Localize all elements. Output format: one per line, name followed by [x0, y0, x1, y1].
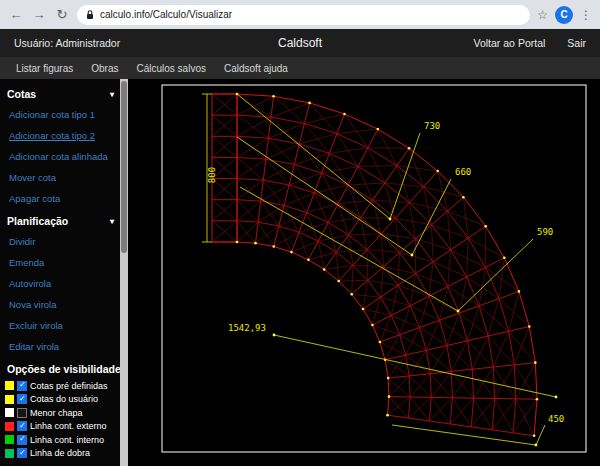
bookmark-star-icon[interactable]: ☆: [537, 8, 548, 22]
sidebar-link-emenda[interactable]: Emenda: [0, 252, 120, 273]
section-visibilidade-header[interactable]: Opções de visibilidade ▾: [0, 357, 120, 379]
color-swatch: [5, 449, 14, 458]
portal-link[interactable]: Voltar ao Portal: [474, 37, 546, 49]
sidebar-link-editar-virola[interactable]: Editar virola: [0, 336, 120, 357]
checkbox-cotas-pre-definidas[interactable]: [17, 381, 27, 391]
sidebar-link-nova-virola[interactable]: Nova virola: [0, 294, 120, 315]
profile-avatar[interactable]: C: [555, 6, 573, 24]
dimension-label: 1542,93: [228, 323, 266, 333]
browser-toolbar: ← → ↻ calculo.info/Calculo/Visualizar ☆ …: [0, 0, 600, 29]
menu-item-listar-figuras[interactable]: Listar figuras: [16, 63, 73, 74]
dimension-label: 730: [424, 121, 440, 131]
lock-icon: [86, 10, 94, 20]
option-label: Linha cont. interno: [30, 435, 104, 445]
menu-item-obras[interactable]: Obras: [91, 63, 118, 74]
color-swatch: [5, 435, 14, 444]
option-label: Menor chapa: [30, 408, 83, 418]
color-swatch: [5, 395, 14, 404]
dimension-label: 590: [537, 227, 553, 237]
tools-sidebar: Cotas ▾ Adicionar cota tipo 1 Adicionar …: [0, 79, 128, 466]
dimension-label: 800: [207, 167, 217, 183]
planification-drawing[interactable]: 8007306605904501542,93: [128, 79, 600, 466]
option-label: Cotas do usuário: [30, 394, 98, 404]
menu-item-calculos-salvos[interactable]: Cálculos salvos: [136, 63, 205, 74]
section-planificacao-title: Planificação: [7, 215, 68, 227]
sidebar-link-adicionar-cota-alinhada[interactable]: Adicionar cota alinhada: [0, 146, 120, 167]
section-planificacao-header[interactable]: Planificação ▾: [0, 209, 120, 231]
visibility-option-row: Linha de dobra: [0, 447, 120, 461]
url-text: calculo.info/Calculo/Visualizar: [100, 9, 232, 20]
browser-menu-icon[interactable]: ⋮: [580, 8, 592, 22]
drawing-canvas[interactable]: 8007306605904501542,93: [128, 79, 600, 466]
checkbox-cotas-do-usuario[interactable]: [17, 394, 27, 404]
sidebar-link-mover-cota[interactable]: Mover cota: [0, 167, 120, 188]
checkbox-linha-de-dobra[interactable]: [17, 448, 27, 458]
main-menu: Listar figuras Obras Cálculos salvos Cal…: [0, 57, 600, 79]
section-cotas-title: Cotas: [7, 88, 36, 100]
color-swatch: [5, 381, 14, 390]
option-label: Cotas pré definidas: [30, 381, 108, 391]
visibility-option-row: Cotas do usuário: [0, 393, 120, 407]
sidebar-link-autovirola[interactable]: Autovirola: [0, 273, 120, 294]
sidebar-link-adicionar-cota-tipo-2[interactable]: Adicionar cota tipo 2: [0, 125, 120, 146]
section-cotas-header[interactable]: Cotas ▾: [0, 82, 120, 104]
browser-refresh-button[interactable]: ↻: [54, 7, 70, 23]
visibility-option-row: Linha cont. externo: [0, 420, 120, 434]
option-label: Linha cont. externo: [30, 421, 107, 431]
color-swatch: [5, 408, 14, 417]
browser-back-button[interactable]: ←: [8, 7, 24, 23]
dimension-label: 450: [548, 414, 564, 424]
browser-forward-button[interactable]: →: [31, 7, 47, 23]
sidebar-link-adicionar-cota-tipo-1[interactable]: Adicionar cota tipo 1: [0, 104, 120, 125]
logout-link[interactable]: Sair: [567, 37, 586, 49]
checkbox-linha-cont-interno[interactable]: [17, 435, 27, 445]
address-bar[interactable]: calculo.info/Calculo/Visualizar: [77, 5, 530, 25]
menu-item-caldsoft-ajuda[interactable]: Caldsoft ajuda: [224, 63, 288, 74]
dimension-label: 660: [455, 167, 471, 177]
checkbox-linha-cont-externo[interactable]: [17, 421, 27, 431]
sidebar-scrollbar[interactable]: [120, 79, 128, 466]
chevron-down-icon: ▾: [110, 90, 114, 99]
section-visibilidade-title: Opções de visibilidade: [7, 363, 121, 375]
sidebar-link-apagar-cota[interactable]: Apagar cota: [0, 188, 120, 209]
visibility-option-row: Linha cont. interno: [0, 433, 120, 447]
checkbox-menor-chapa[interactable]: [17, 408, 27, 418]
option-label: Linha de dobra: [30, 448, 90, 458]
color-swatch: [5, 422, 14, 431]
sidebar-link-dividir[interactable]: Dividir: [0, 231, 120, 252]
visibility-option-row: Menor chapa: [0, 406, 120, 420]
visibility-option-row: Cotas pré definidas: [0, 379, 120, 393]
sidebar-link-excluir-virola[interactable]: Excluir virola: [0, 315, 120, 336]
scrollbar-thumb[interactable]: [121, 81, 127, 253]
chevron-down-icon: ▾: [110, 217, 114, 226]
app-header: Usuário: Administrador Caldsoft Voltar a…: [0, 29, 600, 57]
